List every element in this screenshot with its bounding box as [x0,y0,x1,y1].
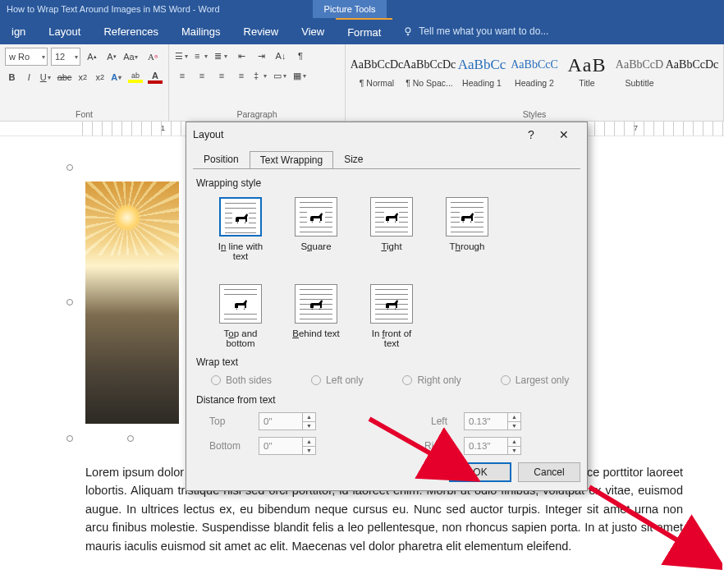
wrap-option-behind[interactable]: Behind text [288,284,344,348]
distance-left-spinner[interactable]: 0.13"▲▼ [464,412,521,430]
wrap-option-topbottom[interactable]: Top and bottom [213,284,268,348]
bold-button[interactable]: B [5,69,19,85]
wrap-option-inline[interactable]: In line with text [213,197,268,261]
superscript-button[interactable]: x2 [93,69,107,85]
wrap-text-radio-both-sides[interactable]: Both sides [211,374,272,386]
style-subtitle[interactable]: AaBbCcDSubtitle [613,48,666,97]
tell-me-placeholder: Tell me what you want to do... [419,25,548,37]
wrap-text-label: Wrap text [196,356,577,368]
resize-handle-nw[interactable] [66,164,73,171]
ribbon-group-label-styles: Styles [351,109,718,121]
align-right-button[interactable]: ≡ [213,67,230,84]
distance-right-spinner[interactable]: 0.13"▲▼ [464,437,521,455]
svg-point-0 [406,28,410,33]
dialog-body: Wrapping style In line with textSquareTi… [193,168,580,464]
tab-layout[interactable]: Layout [37,18,92,44]
sort-button[interactable]: A↓ [273,48,289,64]
tab-format[interactable]: Format [336,18,392,44]
wrap-text-radio-right-only[interactable]: Right only [402,374,461,386]
distance-top-label: Top [201,416,242,427]
font-name-combo[interactable]: w Ro▾ [5,48,48,66]
lightbulb-icon [402,25,414,37]
align-left-button[interactable]: ≡ [174,67,190,84]
ribbon-group-label-paragraph: Paragraph [174,109,340,121]
tab-view[interactable]: View [290,18,336,44]
bullets-button[interactable]: ☰▾ [174,48,190,64]
distance-left-label: Left [406,416,447,427]
dialog-tab-position[interactable]: Position [193,150,250,168]
dialog-tabs: Position Text Wrapping Size [186,147,587,168]
dialog-title-bar[interactable]: Layout ? ✕ [186,122,587,147]
strikethrough-button[interactable]: abc [57,69,73,85]
shrink-font-button[interactable]: A▾ [103,48,120,65]
align-center-button[interactable]: ≡ [194,67,210,84]
style-more[interactable]: AaBbCcDc [666,48,718,97]
wrap-text-radio-left-only[interactable]: Left only [311,374,363,386]
highlight-color-button[interactable]: ab [127,69,144,85]
wrap-option-square[interactable]: Square [288,197,344,261]
ribbon-tabs: ign Layout References Mailings Review Vi… [0,18,724,44]
font-color-button[interactable]: A [147,69,163,85]
document-title: How to Wrap Text Around Images in MS Wor… [7,4,220,14]
wrap-option-through[interactable]: Through [439,197,495,261]
ribbon-group-font: w Ro▾ 12▾ A▴ A▾ Aa▾ Aᵃ B I U▾ abc x2 x2 … [0,44,169,121]
dialog-tab-size[interactable]: Size [333,150,373,168]
borders-button[interactable]: ▦▾ [292,67,309,84]
inserted-image-sunset[interactable] [85,181,179,424]
cancel-button[interactable]: Cancel [518,462,580,482]
underline-button[interactable]: U▾ [39,69,53,85]
distance-top-spinner[interactable]: 0"▲▼ [259,412,316,430]
multilevel-list-button[interactable]: ≣▾ [213,48,230,64]
distance-from-text-label: Distance from text [196,394,577,406]
title-bar: How to Wrap Text Around Images in MS Wor… [0,0,724,18]
clear-formatting-button[interactable]: Aᵃ [143,48,159,65]
resize-handle-s[interactable] [127,435,134,442]
ribbon-group-label-font: Font [5,109,163,121]
ruler-mark-7: 7 [634,124,638,132]
decrease-indent-button[interactable]: ⇤ [233,48,250,64]
tell-me-search[interactable]: Tell me what you want to do... [402,25,548,37]
layout-dialog: Layout ? ✕ Position Text Wrapping Size W… [186,122,588,491]
wrap-option-front[interactable]: In front of text [364,284,419,348]
style--normal[interactable]: AaBbCcDc¶ Normal [351,48,403,97]
subscript-button[interactable]: x2 [76,69,89,85]
tab-references[interactable]: References [92,18,169,44]
dialog-help-button[interactable]: ? [515,122,548,147]
tab-design-cut[interactable]: ign [0,18,37,44]
wrap-option-tight[interactable]: Tight [364,197,419,261]
resize-handle-w[interactable] [66,299,73,305]
ribbon-group-paragraph: ☰▾ ≡▾ ≣▾ ⇤ ⇥ A↓ ¶ ≡ ≡ ≡ ≡ ‡▾ ▭▾ ▦▾ Parag… [169,44,346,121]
tab-review[interactable]: Review [232,18,291,44]
dialog-tab-text-wrapping[interactable]: Text Wrapping [250,151,333,169]
tab-mailings[interactable]: Mailings [170,18,232,44]
show-marks-button[interactable]: ¶ [292,48,309,64]
text-effects-button[interactable]: A▾ [110,69,124,85]
dialog-close-button[interactable]: ✕ [548,122,580,147]
increase-indent-button[interactable]: ⇥ [253,48,269,64]
style-heading-1[interactable]: AaBbCcHeading 1 [456,48,508,97]
shading-button[interactable]: ▭▾ [273,67,289,84]
ribbon: w Ro▾ 12▾ A▴ A▾ Aa▾ Aᵃ B I U▾ abc x2 x2 … [0,44,724,122]
ruler-mark-1: 1 [161,124,165,132]
ribbon-group-styles: AaBbCcDc¶ NormalAaBbCcDc¶ No Spac...AaBb… [346,44,724,121]
distance-bottom-spinner[interactable]: 0"▲▼ [259,437,316,455]
line-spacing-button[interactable]: ‡▾ [253,67,269,84]
style--no-spac-[interactable]: AaBbCcDc¶ No Spac... [403,48,456,97]
grow-font-button[interactable]: A▴ [84,48,100,65]
dialog-title: Layout [193,129,224,140]
change-case-button[interactable]: Aa▾ [123,48,140,65]
style-heading-2[interactable]: AaBbCcCHeading 2 [508,48,561,97]
font-size-combo[interactable]: 12▾ [51,48,80,66]
distance-right-label: Right [406,440,447,452]
ok-button[interactable]: OK [449,462,511,482]
justify-button[interactable]: ≡ [233,67,250,84]
contextual-tab-picture-tools[interactable]: Picture Tools [313,0,387,18]
wrapping-style-label: Wrapping style [196,177,577,189]
distance-bottom-label: Bottom [201,440,242,452]
italic-button[interactable]: I [22,69,36,85]
style-title[interactable]: AaBTitle [561,48,613,97]
resize-handle-sw[interactable] [66,435,73,442]
numbering-button[interactable]: ≡▾ [194,48,210,64]
wrap-text-radio-largest-only[interactable]: Largest only [501,374,569,386]
